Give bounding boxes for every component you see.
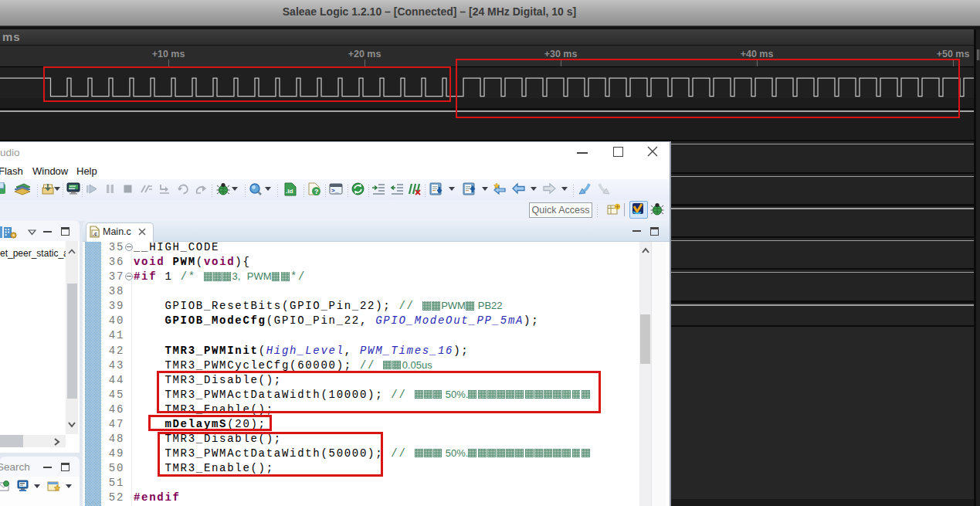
svg-text:>_: >_	[331, 187, 339, 194]
svg-text:.c: .c	[93, 231, 97, 236]
svg-text:.ld: .ld	[286, 188, 293, 195]
svg-text:?: ?	[314, 188, 319, 195]
